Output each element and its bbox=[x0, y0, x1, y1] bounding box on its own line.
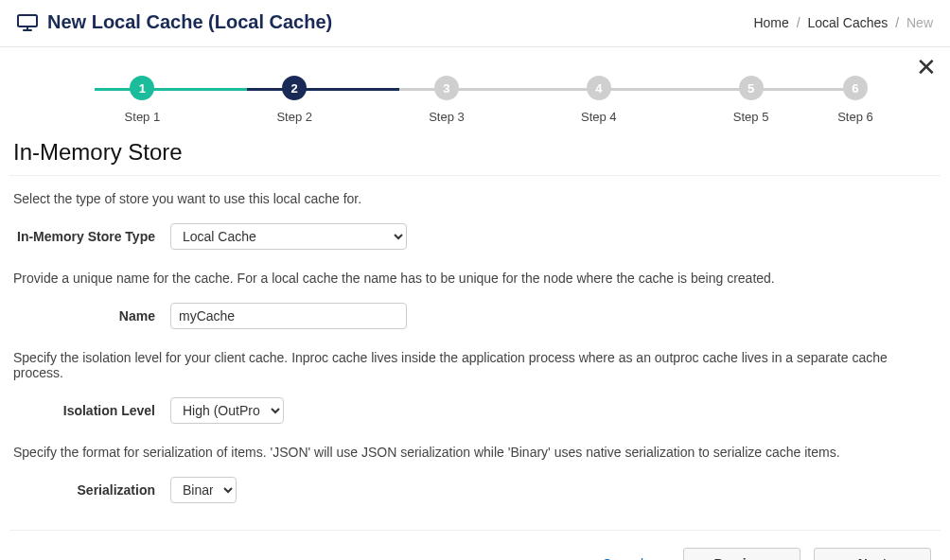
serialization-select[interactable]: Binary bbox=[170, 477, 237, 503]
step-1[interactable]: 1Step 1 bbox=[114, 76, 170, 124]
serialization-help: Specify the format for serialization of … bbox=[13, 445, 937, 460]
stepper: 1Step 12Step 23Step 34Step 45Step 56Step… bbox=[9, 47, 941, 133]
page-title: New Local Cache (Local Cache) bbox=[47, 11, 332, 33]
step-circle: 2 bbox=[282, 76, 307, 100]
step-4[interactable]: 4Step 4 bbox=[571, 76, 627, 124]
step-label: Step 3 bbox=[429, 110, 465, 124]
step-label: Step 5 bbox=[733, 110, 769, 124]
step-circle: 6 bbox=[843, 76, 868, 100]
step-circle: 1 bbox=[130, 76, 154, 100]
row-serialization: Serialization Binary bbox=[9, 477, 941, 503]
wizard-footer: Cancel Previous Next bbox=[9, 530, 941, 560]
step-5[interactable]: 5Step 5 bbox=[723, 76, 780, 124]
page-root: New Local Cache (Local Cache) Home / Loc… bbox=[0, 0, 950, 560]
step-wrap: 6Step 6 bbox=[827, 76, 884, 124]
svg-rect-0 bbox=[18, 15, 37, 26]
step-label: Step 2 bbox=[276, 110, 312, 124]
step-3[interactable]: 3Step 3 bbox=[418, 76, 475, 124]
step-wrap: 1Step 1 bbox=[66, 76, 219, 124]
step-wrap: 3Step 3 bbox=[371, 76, 523, 124]
breadcrumb-sep: / bbox=[797, 15, 800, 30]
step-wrap: 5Step 5 bbox=[675, 76, 827, 124]
serialization-label: Serialization bbox=[9, 482, 170, 498]
cancel-link[interactable]: Cancel bbox=[602, 556, 643, 560]
step-label: Step 4 bbox=[581, 110, 617, 124]
store-type-label: In-Memory Store Type bbox=[9, 229, 170, 244]
monitor-icon bbox=[17, 14, 38, 31]
step-2[interactable]: 2Step 2 bbox=[266, 76, 323, 124]
next-button[interactable]: Next bbox=[814, 548, 931, 560]
name-input[interactable] bbox=[170, 303, 407, 329]
step-label: Step 6 bbox=[837, 110, 873, 124]
section-title: In-Memory Store bbox=[9, 133, 941, 176]
row-name: Name bbox=[9, 303, 941, 329]
step-circle: 4 bbox=[587, 76, 611, 100]
previous-button[interactable]: Previous bbox=[683, 548, 800, 560]
isolation-select[interactable]: High (OutProc) bbox=[170, 397, 284, 424]
header-left: New Local Cache (Local Cache) bbox=[17, 11, 332, 33]
name-help: Provide a unique name for the cache. For… bbox=[13, 271, 937, 286]
breadcrumb-home[interactable]: Home bbox=[753, 15, 788, 30]
row-store-type: In-Memory Store Type Local Cache bbox=[9, 223, 941, 250]
name-label: Name bbox=[9, 308, 170, 324]
breadcrumb-current: New bbox=[906, 15, 933, 30]
store-type-help: Select the type of store you want to use… bbox=[13, 191, 937, 206]
isolation-label: Isolation Level bbox=[9, 403, 170, 418]
step-wrap: 2Step 2 bbox=[219, 76, 371, 124]
breadcrumb: Home / Local Caches / New bbox=[753, 15, 933, 30]
page-header: New Local Cache (Local Cache) Home / Loc… bbox=[0, 0, 950, 47]
row-isolation: Isolation Level High (OutProc) bbox=[9, 397, 941, 424]
wizard-panel: ✕ 1Step 12Step 23Step 34Step 45Step 56St… bbox=[0, 47, 950, 560]
isolation-help: Specify the isolation level for your cli… bbox=[13, 350, 937, 380]
step-label: Step 1 bbox=[125, 110, 161, 124]
step-circle: 3 bbox=[434, 76, 459, 100]
step-circle: 5 bbox=[739, 76, 764, 100]
breadcrumb-local-caches[interactable]: Local Caches bbox=[807, 15, 888, 30]
step-6[interactable]: 6Step 6 bbox=[827, 76, 884, 124]
store-type-select[interactable]: Local Cache bbox=[170, 223, 407, 250]
step-wrap: 4Step 4 bbox=[522, 76, 675, 124]
breadcrumb-sep: / bbox=[895, 15, 899, 30]
